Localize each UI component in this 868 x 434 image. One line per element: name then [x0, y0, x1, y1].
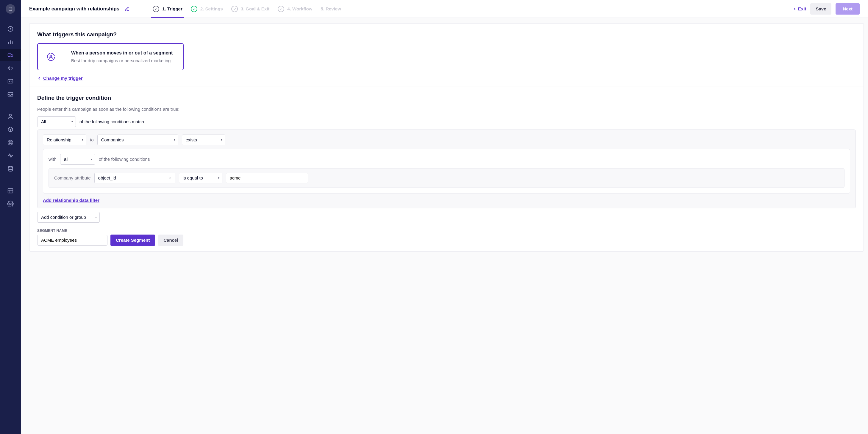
change-trigger-link[interactable]: Change my trigger — [37, 75, 83, 81]
segment-name-input[interactable] — [37, 235, 107, 246]
with-suffix: of the following conditions — [99, 157, 150, 162]
attribute-row: Company attribute object_id is equal to — [49, 168, 844, 188]
relationship-exists-select[interactable]: exists — [182, 134, 225, 145]
nav-data[interactable] — [0, 162, 21, 175]
nav-transactional[interactable] — [0, 75, 21, 88]
person-icon — [7, 113, 14, 120]
add-condition-select[interactable]: Add condition or group — [37, 212, 100, 223]
next-button[interactable]: Next — [836, 3, 860, 14]
step-trigger[interactable]: 1. Trigger — [153, 0, 183, 18]
relationship-object-select[interactable]: Companies — [97, 134, 178, 145]
building-icon — [8, 6, 13, 11]
database-icon — [7, 165, 14, 172]
nav-people[interactable] — [0, 110, 21, 123]
activity-icon — [7, 152, 14, 159]
match-type-select[interactable]: All — [37, 116, 76, 127]
condition-heading: Define the trigger condition — [37, 95, 856, 101]
svg-point-13 — [9, 56, 10, 57]
with-group: with all of the following conditions Com… — [43, 149, 850, 193]
trigger-heading: What triggers this campaign? — [37, 31, 856, 38]
to-label: to — [90, 137, 94, 142]
step-goal-exit[interactable]: 3. Goal & Exit — [231, 0, 270, 18]
nav-deliveries[interactable] — [0, 88, 21, 101]
trigger-card-title: When a person moves in or out of a segme… — [71, 50, 173, 56]
edit-title-button[interactable] — [125, 6, 129, 11]
segment-name-label: SEGMENT NAME — [37, 228, 856, 233]
nav-activity[interactable] — [0, 149, 21, 162]
segment-person-icon — [46, 52, 55, 61]
chevron-left-icon — [37, 76, 41, 81]
nav-objects[interactable] — [0, 123, 21, 136]
attribute-operator-select[interactable]: is equal to — [179, 173, 222, 183]
pencil-icon — [125, 6, 129, 11]
terminal-icon — [7, 78, 14, 85]
person-circle-icon — [7, 139, 14, 146]
gauge-icon — [7, 26, 14, 32]
nav-dashboard[interactable] — [0, 23, 21, 35]
svg-point-14 — [11, 56, 12, 57]
condition-type-select[interactable]: Relationship — [43, 134, 86, 145]
delivery-icon — [7, 52, 14, 58]
cancel-button[interactable]: Cancel — [158, 235, 183, 246]
nav-settings[interactable] — [0, 198, 21, 210]
svg-point-21 — [9, 141, 11, 143]
with-label: with — [49, 157, 57, 162]
with-all-select[interactable]: all — [60, 154, 95, 165]
svg-rect-0 — [9, 7, 11, 11]
step-settings[interactable]: 2. Settings — [191, 0, 223, 18]
svg-point-18 — [9, 114, 11, 116]
nav-broadcasts[interactable] — [0, 62, 21, 74]
nav-campaigns[interactable] — [0, 49, 21, 61]
megaphone-icon — [7, 65, 14, 71]
layout-icon — [7, 188, 14, 194]
main-panel: What triggers this campaign? When a pers… — [29, 23, 864, 251]
attribute-value-input[interactable] — [226, 173, 308, 183]
bar-chart-icon — [7, 39, 14, 45]
gear-icon — [7, 200, 14, 207]
workspace-switcher[interactable] — [6, 4, 15, 14]
condition-desc: People enter this campaign as soon as th… — [37, 106, 856, 112]
step-workflow[interactable]: 4. Workflow — [278, 0, 312, 18]
nav-content[interactable] — [0, 185, 21, 197]
svg-point-8 — [10, 29, 11, 29]
trigger-card-desc: Best for drip campaigns or personalized … — [71, 58, 173, 63]
inbox-icon — [7, 91, 14, 98]
chevron-down-icon — [168, 176, 172, 180]
attr-label: Company attribute — [54, 175, 91, 180]
match-suffix: of the following conditions match — [80, 119, 144, 124]
svg-point-22 — [8, 166, 13, 168]
create-segment-button[interactable]: Create Segment — [111, 235, 155, 246]
add-relationship-filter-link[interactable]: Add relationship data filter — [43, 198, 99, 203]
header: Example campaign with relationships 1. T… — [21, 0, 868, 18]
exit-link[interactable]: Exit — [793, 6, 806, 11]
trigger-card: When a person moves in or out of a segme… — [37, 43, 184, 70]
svg-point-27 — [50, 55, 52, 57]
save-button[interactable]: Save — [810, 3, 831, 14]
nav-segments[interactable] — [0, 136, 21, 149]
svg-rect-15 — [8, 80, 13, 83]
attribute-field-select[interactable]: object_id — [94, 173, 175, 183]
chevron-left-icon — [793, 7, 797, 11]
svg-point-26 — [9, 203, 11, 205]
condition-group: Relationship to Companies exists with al… — [37, 129, 856, 208]
sidebar — [0, 0, 21, 434]
nav-analytics[interactable] — [0, 36, 21, 48]
cube-icon — [7, 126, 14, 133]
campaign-title: Example campaign with relationships — [29, 6, 119, 12]
wizard-steps: 1. Trigger 2. Settings 3. Goal & Exit 4.… — [153, 0, 341, 18]
svg-rect-23 — [8, 189, 13, 193]
step-review[interactable]: 5. Review — [320, 0, 341, 18]
